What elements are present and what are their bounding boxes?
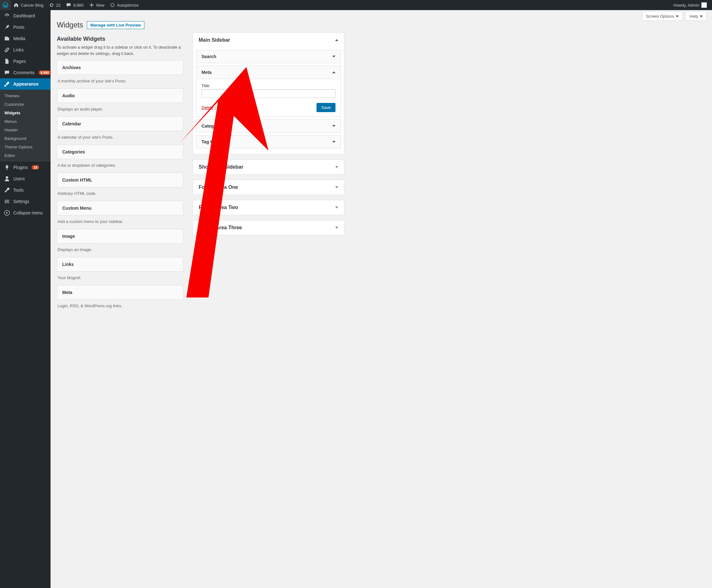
nav-item-label: Users [13, 176, 25, 181]
page-title: Widgets Manage with Live Preview [57, 13, 706, 33]
nav-item-posts[interactable]: Posts [0, 21, 50, 33]
available-widget-desc: A list or dropdown of categories. [57, 159, 183, 169]
nav-badge: 18 [32, 165, 39, 170]
site-name-label: Cancer Blog [21, 3, 44, 7]
help-button[interactable]: Help [686, 12, 707, 21]
user-icon [4, 175, 10, 182]
content-area: Screen Options Help Widgets Manage with … [50, 10, 712, 588]
nav-item-users[interactable]: Users [0, 173, 50, 184]
comment-count: 9,980 [73, 3, 84, 7]
delete-link[interactable]: Delete [202, 105, 213, 110]
area-header[interactable]: Footer Area Two [193, 200, 344, 215]
area-header[interactable]: Footer Area One [193, 180, 344, 194]
admin-bar: Cancer Blog 22 9,980 New Autoptimize How… [0, 0, 712, 10]
chevron-down-icon [700, 16, 703, 17]
available-widget-categories[interactable]: Categories [57, 145, 183, 159]
nav-item-plugins[interactable]: Plugins18 [0, 162, 50, 173]
chevron-up-icon [335, 39, 338, 41]
page-icon [4, 58, 10, 64]
nav-item-tools[interactable]: Tools [0, 184, 50, 196]
nav-item-label: Links [13, 47, 24, 52]
widget-title: Tag Cloud [202, 139, 223, 144]
sidebar-area-footer-area-two: Footer Area Two [193, 200, 344, 215]
title-field-input[interactable] [202, 89, 335, 98]
area-title: Footer Area One [199, 184, 238, 190]
autoptimize-label: Autoptimize [117, 3, 139, 7]
available-widget-custom-menu[interactable]: Custom Menu [57, 201, 183, 215]
nav-sub-item-menus[interactable]: Menus [0, 117, 50, 126]
close-link[interactable]: Close [217, 105, 227, 110]
updates[interactable]: 22 [46, 0, 63, 10]
chevron-down-icon [335, 186, 338, 188]
sliders-icon [4, 198, 10, 205]
available-widget-custom-html[interactable]: Custom HTML [57, 173, 183, 187]
comment-icon [66, 2, 71, 8]
nav-item-appearance[interactable]: Appearance [0, 78, 50, 90]
widget-body: Title:Delete|CloseSave [196, 79, 340, 117]
nav-sub-item-widgets[interactable]: Widgets [0, 109, 50, 117]
page-title-text: Widgets [57, 21, 83, 29]
nav-item-media[interactable]: Media [0, 33, 50, 44]
available-widget-audio[interactable]: Audio [57, 88, 183, 103]
widget-header[interactable]: Tag Cloud [196, 135, 340, 148]
nav-item-label: Pages [13, 59, 26, 64]
nav-item-links[interactable]: Links [0, 44, 50, 56]
comments-bubble[interactable]: 9,980 [63, 0, 86, 10]
available-widget-image[interactable]: Image [57, 229, 183, 244]
nav-item-pages[interactable]: Pages [0, 56, 50, 67]
site-name[interactable]: Cancer Blog [11, 0, 46, 10]
nav-item-label: Tools [13, 188, 24, 193]
chevron-down-icon [332, 141, 335, 143]
nav-item-comments[interactable]: Comments9,980 [0, 67, 50, 78]
available-widget-desc: Add a custom menu to your sidebar. [57, 215, 183, 225]
wp-logo[interactable] [0, 0, 11, 10]
nav-sub-item-background[interactable]: Background [0, 134, 50, 143]
live-preview-button[interactable]: Manage with Live Preview [87, 21, 144, 29]
nav-item-label: Dashboard [13, 13, 35, 18]
area-header[interactable]: Main Sidebar [193, 33, 344, 47]
nav-item-dashboard[interactable]: Dashboard [0, 10, 50, 21]
area-header[interactable]: Footer Area Three [193, 220, 344, 235]
screen-options-button[interactable]: Screen Options [642, 12, 683, 21]
placed-widget-categories: Categories [196, 119, 341, 133]
available-widget-desc: Arbitrary HTML code. [57, 187, 183, 197]
available-widget-links[interactable]: Links [57, 257, 183, 272]
available-widget-calendar[interactable]: Calendar [57, 117, 183, 131]
area-title: Footer Area Three [199, 225, 242, 231]
speed-icon [4, 13, 10, 19]
chevron-down-icon [335, 227, 338, 229]
nav-item-label: Appearance [13, 82, 39, 86]
refresh-icon [49, 2, 54, 8]
placed-widget-search: Search [196, 50, 341, 63]
nav-item-settings[interactable]: Settings [0, 196, 50, 207]
nav-sub-item-themes[interactable]: Themes [0, 91, 50, 100]
nav-sub-item-editor[interactable]: Editor [0, 151, 50, 160]
new-content[interactable]: New [86, 0, 107, 10]
nav-item-label: Plugins [13, 165, 28, 170]
area-header[interactable]: Showcase Sidebar [193, 160, 344, 174]
widget-title: Search [202, 54, 216, 59]
available-widget-desc: A calendar of your site's Posts. [57, 131, 183, 141]
nav-sub-item-customize[interactable]: Customize [0, 100, 50, 109]
available-widget-meta[interactable]: Meta [57, 285, 183, 300]
comment-icon [4, 69, 10, 76]
placed-widget-meta: MetaTitle:Delete|CloseSave [196, 66, 341, 117]
available-widget-desc: Login, RSS, & WordPress.org links. [57, 300, 183, 310]
nav-badge: 9,980 [39, 70, 51, 75]
widget-header[interactable]: Categories [196, 120, 340, 132]
sidebar-area-main-sidebar: Main SidebarSearchMetaTitle:Delete|Close… [193, 33, 344, 154]
placed-widget-tag-cloud: Tag Cloud [196, 135, 341, 148]
available-widget-archives[interactable]: Archives [57, 60, 183, 75]
nav-item-label: Comments [13, 70, 35, 75]
nav-item-collapse-menu[interactable]: Collapse menu [0, 207, 50, 218]
circle-icon [110, 2, 115, 8]
nav-item-label: Collapse menu [13, 210, 43, 215]
my-account[interactable]: Howdy, Admin [671, 0, 710, 10]
save-button[interactable]: Save [316, 103, 335, 112]
widget-header[interactable]: Meta [196, 66, 340, 79]
avatar [701, 2, 707, 8]
widget-header[interactable]: Search [196, 50, 340, 63]
nav-sub-item-theme-options[interactable]: Theme Options [0, 143, 50, 151]
autoptimize[interactable]: Autoptimize [107, 0, 141, 10]
nav-sub-item-header[interactable]: Header [0, 126, 50, 134]
